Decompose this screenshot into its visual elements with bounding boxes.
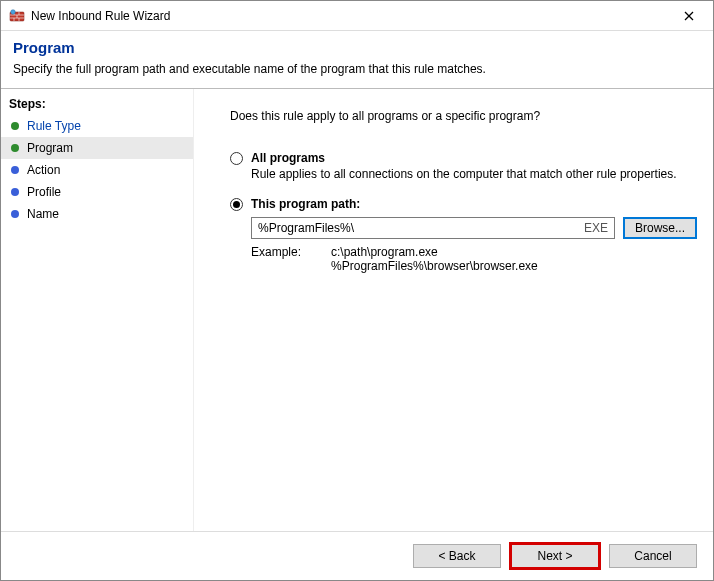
steps-header: Steps: [1,95,193,115]
step-label: Profile [27,185,61,199]
close-button[interactable] [669,2,709,30]
svg-point-8 [11,9,16,14]
firewall-icon [9,8,25,24]
program-path-value: %ProgramFiles%\ [258,221,580,235]
step-label: Program [27,141,73,155]
button-bar: < Back Next > Cancel [1,531,713,580]
option-program-path: This program path: %ProgramFiles%\ EXE B… [230,197,697,273]
window-title: New Inbound Rule Wizard [31,9,669,23]
bullet-icon [11,144,19,152]
content-area: Steps: Rule Type Program Action Profile … [1,88,713,531]
wizard-window: New Inbound Rule Wizard Program Specify … [0,0,714,581]
next-button[interactable]: Next > [511,544,599,568]
step-rule-type[interactable]: Rule Type [1,115,193,137]
wizard-header: Program Specify the full program path an… [1,31,713,88]
browse-button[interactable]: Browse... [623,217,697,239]
program-path-ext: EXE [580,221,608,235]
titlebar: New Inbound Rule Wizard [1,1,713,31]
cancel-button[interactable]: Cancel [609,544,697,568]
step-action[interactable]: Action [1,159,193,181]
option-path-label: This program path: [251,197,360,211]
step-name[interactable]: Name [1,203,193,225]
step-profile[interactable]: Profile [1,181,193,203]
page-title: Program [13,39,701,56]
example-label: Example: [251,245,301,273]
step-program[interactable]: Program [1,137,193,159]
program-path-input[interactable]: %ProgramFiles%\ EXE [251,217,615,239]
steps-sidebar: Steps: Rule Type Program Action Profile … [1,89,194,531]
back-button[interactable]: < Back [413,544,501,568]
bullet-icon [11,122,19,130]
step-label: Rule Type [27,119,81,133]
bullet-icon [11,188,19,196]
step-label: Name [27,207,59,221]
option-all-programs: All programs Rule applies to all connect… [230,151,697,181]
step-label: Action [27,163,60,177]
option-all-desc: Rule applies to all connections on the c… [251,167,697,181]
example-path-2: %ProgramFiles%\browser\browser.exe [331,259,538,273]
bullet-icon [11,166,19,174]
page-description: Specify the full program path and execut… [13,62,701,76]
question-text: Does this rule apply to all programs or … [230,109,697,123]
main-panel: Does this rule apply to all programs or … [194,89,713,531]
radio-all-programs[interactable] [230,152,243,165]
bullet-icon [11,210,19,218]
option-all-label: All programs [251,151,325,165]
radio-program-path[interactable] [230,198,243,211]
example-path-1: c:\path\program.exe [331,245,538,259]
